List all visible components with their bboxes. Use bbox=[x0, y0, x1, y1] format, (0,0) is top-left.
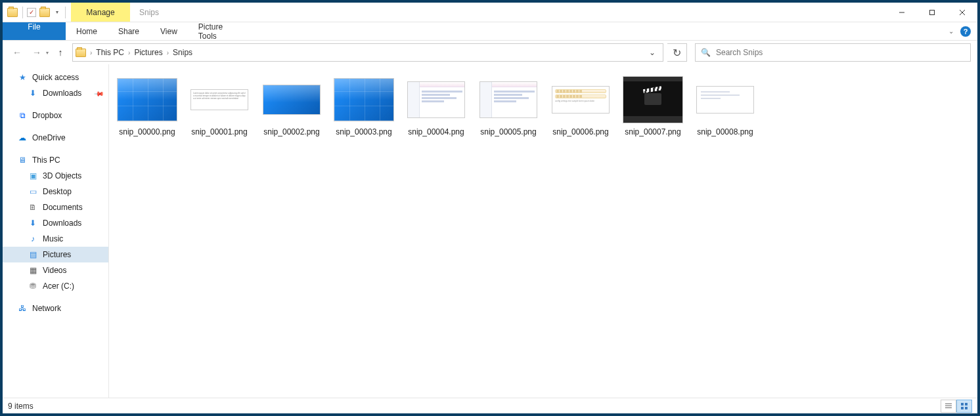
file-item[interactable]: snip_00000.png bbox=[116, 76, 179, 136]
download-icon: ⬇ bbox=[28, 88, 38, 98]
pin-icon: 📌 bbox=[94, 88, 104, 98]
crumb-snips[interactable]: Snips bbox=[173, 48, 192, 57]
nav-history-caret[interactable]: ▾ bbox=[46, 50, 49, 56]
crumb-pictures[interactable]: Pictures bbox=[134, 48, 162, 57]
file-thumbnail bbox=[478, 76, 539, 123]
file-thumbnail bbox=[333, 76, 395, 123]
file-item[interactable]: snip_00002.png bbox=[260, 76, 323, 136]
file-thumbnail bbox=[694, 76, 756, 123]
pc-icon: 🖥 bbox=[17, 155, 28, 165]
search-input[interactable] bbox=[716, 48, 965, 57]
file-item[interactable]: Lorem ipsum dolor sit amet consectetur a… bbox=[188, 76, 251, 136]
svg-rect-10 bbox=[965, 407, 968, 409]
file-thumbnail bbox=[116, 76, 178, 123]
sidebar-music[interactable]: ♪Music bbox=[3, 231, 108, 247]
crumb-sep-1[interactable]: › bbox=[128, 49, 130, 56]
file-name: snip_00005.png bbox=[480, 127, 536, 136]
document-icon: 🗎 bbox=[28, 202, 38, 213]
file-thumbnail: Lorem ipsum dolor sit amet consectetur a… bbox=[189, 76, 250, 123]
tab-file[interactable]: File bbox=[3, 22, 66, 40]
file-list[interactable]: snip_00000.pngLorem ipsum dolor sit amet… bbox=[109, 64, 977, 398]
pictures-icon: ▤ bbox=[28, 249, 38, 260]
sidebar-network[interactable]: 🖧Network bbox=[3, 301, 108, 316]
svg-rect-6 bbox=[945, 407, 952, 408]
videos-icon: ▦ bbox=[28, 265, 38, 276]
sidebar-acer-c[interactable]: ⛃Acer (C:) bbox=[3, 278, 108, 294]
ribbon-tabs: File Home Share View Picture Tools ⌄ ? bbox=[3, 22, 977, 41]
qat-separator bbox=[22, 7, 23, 18]
file-thumbnail bbox=[622, 76, 684, 123]
nav-back-button[interactable]: ← bbox=[9, 45, 25, 60]
maximize-button[interactable] bbox=[917, 3, 947, 22]
sidebar-onedrive[interactable]: ☁OneDrive bbox=[3, 130, 108, 146]
sidebar-3d-objects[interactable]: ▣3D Objects bbox=[3, 168, 108, 184]
nav-forward-button[interactable]: → bbox=[29, 45, 45, 60]
title-center: Manage Snips bbox=[71, 3, 887, 22]
sidebar-quick-access[interactable]: ★Quick access bbox=[3, 70, 108, 85]
sidebar-pictures[interactable]: ▤Pictures bbox=[3, 247, 108, 262]
sidebar-downloads-pinned[interactable]: ⬇Downloads📌 bbox=[3, 85, 108, 101]
details-view-button[interactable] bbox=[941, 400, 956, 413]
file-thumbnail bbox=[405, 76, 467, 123]
svg-rect-7 bbox=[961, 403, 964, 406]
file-name: snip_00000.png bbox=[119, 127, 175, 136]
app-folder-icon[interactable] bbox=[7, 7, 18, 18]
file-name: snip_00002.png bbox=[263, 127, 319, 136]
file-name: snip_00003.png bbox=[336, 127, 391, 136]
help-icon[interactable]: ? bbox=[960, 26, 971, 37]
crumb-sep-0[interactable]: › bbox=[90, 49, 92, 56]
tab-share[interactable]: Share bbox=[108, 22, 150, 40]
file-name: snip_00008.png bbox=[697, 127, 753, 136]
address-dropdown-caret[interactable]: ⌄ bbox=[644, 45, 660, 60]
address-bar[interactable]: › This PC › Pictures › Snips ⌄ bbox=[72, 43, 663, 62]
svg-rect-9 bbox=[961, 407, 964, 409]
cube-icon: ▣ bbox=[28, 171, 38, 181]
crumb-this-pc[interactable]: This PC bbox=[96, 48, 124, 57]
window-controls bbox=[887, 3, 977, 22]
status-bar: 9 items bbox=[3, 398, 977, 413]
close-button[interactable] bbox=[947, 3, 977, 22]
file-item[interactable]: snip_00005.png bbox=[477, 76, 540, 136]
file-item[interactable]: snip_00003.png bbox=[332, 76, 395, 136]
sidebar-this-pc[interactable]: 🖥This PC bbox=[3, 152, 108, 168]
qat-newfolder-icon[interactable] bbox=[39, 7, 51, 18]
search-box[interactable]: 🔍 bbox=[695, 43, 971, 62]
window-title: Snips bbox=[130, 3, 168, 22]
nav-up-button[interactable]: ↑ bbox=[53, 45, 68, 60]
file-item[interactable]: snip_00008.png bbox=[694, 76, 757, 136]
desktop-icon: ▭ bbox=[28, 186, 38, 197]
qat-properties-icon[interactable]: ✓ bbox=[27, 8, 36, 17]
qat-separator-2 bbox=[65, 7, 66, 18]
manage-context-tab[interactable]: Manage bbox=[71, 3, 130, 22]
sidebar-desktop[interactable]: ▭Desktop bbox=[3, 184, 108, 199]
explorer-window: ✓ ▾ Manage Snips File Home Share View Pi… bbox=[3, 3, 977, 413]
file-item[interactable]: snip_00007.png bbox=[621, 76, 684, 136]
quick-access-toolbar: ✓ ▾ bbox=[3, 3, 71, 22]
disk-icon: ⛃ bbox=[28, 281, 38, 291]
sidebar-videos[interactable]: ▦Videos bbox=[3, 262, 108, 278]
body: ★Quick access ⬇Downloads📌 ⧉Dropbox ☁OneD… bbox=[3, 64, 977, 398]
titlebar: ✓ ▾ Manage Snips bbox=[3, 3, 977, 22]
file-name: snip_00004.png bbox=[408, 127, 464, 136]
minimize-button[interactable] bbox=[887, 3, 917, 22]
network-icon: 🖧 bbox=[17, 303, 28, 314]
file-thumbnail bbox=[261, 76, 323, 123]
file-item[interactable]: snip_00004.png bbox=[405, 76, 468, 136]
sidebar-dropbox[interactable]: ⧉Dropbox bbox=[3, 108, 108, 123]
onedrive-icon: ☁ bbox=[17, 133, 28, 143]
crumb-sep-2[interactable]: › bbox=[167, 49, 169, 56]
ribbon-expand-caret[interactable]: ⌄ bbox=[948, 28, 954, 35]
status-item-count: 9 items bbox=[8, 402, 33, 411]
sidebar-downloads[interactable]: ⬇Downloads bbox=[3, 215, 108, 231]
tab-view[interactable]: View bbox=[150, 22, 188, 40]
tab-home[interactable]: Home bbox=[66, 22, 108, 40]
music-icon: ♪ bbox=[28, 234, 38, 244]
qat-customize-caret[interactable]: ▾ bbox=[56, 9, 58, 15]
star-icon: ★ bbox=[17, 72, 28, 83]
file-item[interactable]: config settings text sample lorem ipsum … bbox=[549, 76, 612, 136]
sidebar-documents[interactable]: 🗎Documents bbox=[3, 199, 108, 215]
thumbnails-view-button[interactable] bbox=[956, 400, 972, 413]
dropbox-icon: ⧉ bbox=[17, 110, 28, 121]
tab-picture-tools[interactable]: Picture Tools bbox=[188, 22, 247, 40]
refresh-button[interactable]: ↻ bbox=[667, 43, 687, 62]
